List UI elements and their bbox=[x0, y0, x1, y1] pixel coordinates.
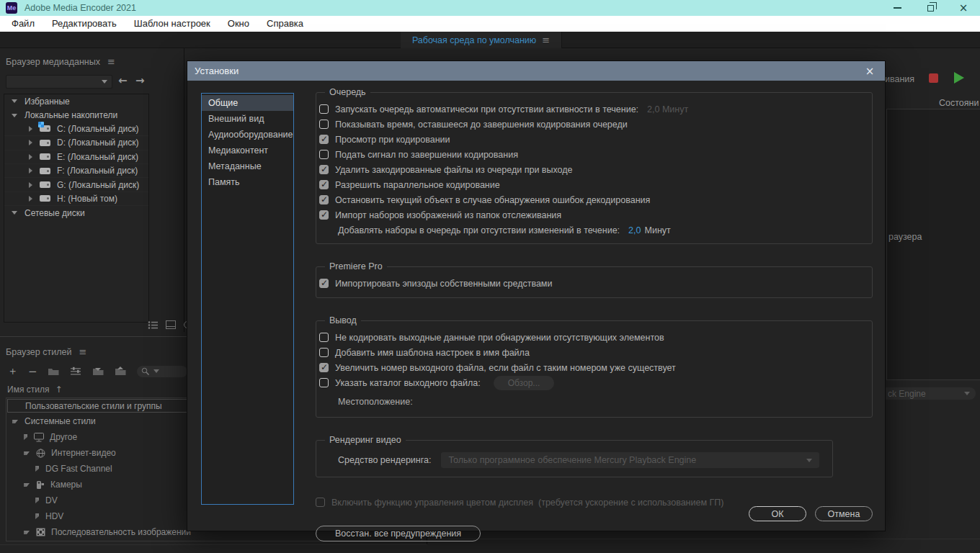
checkbox-label: Увеличить номер выходного файла, если фа… bbox=[335, 363, 676, 373]
checkbox[interactable] bbox=[319, 195, 329, 204]
checkbox[interactable] bbox=[319, 104, 329, 114]
output-location-row: Местоположение: bbox=[319, 397, 865, 411]
reset-warnings-button[interactable]: Восстан. все предупреждения bbox=[316, 526, 481, 541]
remove-preset-icon[interactable]: − bbox=[28, 365, 37, 378]
preferences-content: Очередь Запускать очередь автоматически … bbox=[316, 87, 875, 541]
window-controls: × bbox=[881, 0, 980, 16]
panel-menu-icon[interactable]: ≡ bbox=[79, 346, 86, 357]
checkbox[interactable] bbox=[319, 363, 329, 372]
checkbox[interactable] bbox=[319, 279, 329, 288]
checkbox-label: Удалить закодированные файлы из очереди … bbox=[335, 165, 573, 175]
drive-icon bbox=[40, 153, 50, 160]
checkbox-label: Остановить текущий объект в случае обнар… bbox=[335, 195, 650, 205]
tree-item-label: G: (Локальный диск) bbox=[57, 180, 139, 190]
checkbox-row-specify-output-dir[interactable]: Указать каталог выходного файла: Обзор..… bbox=[319, 375, 865, 390]
close-button[interactable]: × bbox=[947, 0, 980, 16]
export-preset-icon[interactable] bbox=[115, 367, 127, 376]
ok-button[interactable]: ОК bbox=[749, 506, 806, 521]
checkbox-row-autostart[interactable]: Запускать очередь автоматически при отсу… bbox=[319, 102, 865, 117]
checkbox-row-stop-on-decode-errors[interactable]: Остановить текущий объект в случае обнар… bbox=[319, 192, 865, 207]
windows-badge-icon bbox=[38, 122, 44, 127]
watch-delay-value[interactable]: 2,0 bbox=[628, 225, 641, 235]
chevron-down-icon bbox=[153, 369, 159, 373]
tree-item-drive-h[interactable]: H: (Новый том) bbox=[4, 192, 148, 206]
import-preset-icon[interactable] bbox=[92, 367, 104, 376]
chevron-down-icon bbox=[12, 420, 18, 423]
menu-item-edit[interactable]: Редактировать bbox=[43, 16, 125, 32]
restore-icon bbox=[927, 5, 934, 12]
tree-item-drive-f[interactable]: F: (Локальный диск) bbox=[4, 164, 148, 178]
workspace-tab-default[interactable]: Рабочая среда по умолчанию ≡ bbox=[401, 32, 562, 48]
checkbox-row-increment-file-number[interactable]: Увеличить номер выходного файла, если фа… bbox=[319, 360, 865, 375]
panel-scrollbar-track[interactable] bbox=[0, 544, 427, 545]
checkbox[interactable] bbox=[319, 135, 329, 144]
menu-item-preset[interactable]: Шаблон настроек bbox=[125, 16, 219, 32]
preset-item-label: Другое bbox=[50, 432, 77, 442]
close-icon: × bbox=[959, 3, 968, 14]
dialog-close-icon[interactable]: × bbox=[862, 65, 878, 78]
media-browser-path-dropdown[interactable] bbox=[6, 75, 112, 89]
checkbox-row-show-remaining-time[interactable]: Показывать время, оставшееся до завершен… bbox=[319, 117, 865, 132]
checkbox[interactable] bbox=[319, 378, 329, 387]
new-group-icon[interactable] bbox=[48, 367, 60, 376]
category-media[interactable]: Медиаконтент bbox=[202, 143, 293, 158]
checkbox-row-watch-folder-import[interactable]: Импорт наборов изображений из папок отсл… bbox=[319, 207, 865, 222]
start-queue-button[interactable] bbox=[954, 72, 964, 84]
checkbox[interactable] bbox=[319, 150, 329, 159]
stop-queue-button[interactable] bbox=[929, 73, 938, 83]
checkbox[interactable] bbox=[319, 210, 329, 220]
checkbox[interactable] bbox=[319, 120, 329, 129]
queue-status-panel bbox=[886, 109, 980, 380]
checkbox-label: Подать сигнал по завершении кодирования bbox=[335, 150, 518, 160]
dialog-titlebar[interactable]: Установки × bbox=[187, 61, 885, 81]
checkbox[interactable] bbox=[319, 333, 329, 342]
preset-browser-header: Браузер стилей ≡ bbox=[6, 346, 86, 357]
chevron-right-icon bbox=[35, 498, 39, 503]
tree-item-network-drives[interactable]: Сетевые диски bbox=[4, 206, 148, 220]
media-browser-header: Браузер медиаданных ≡ bbox=[6, 56, 115, 67]
checkbox-row-native-sequence-import[interactable]: Импортировать эпизоды собственными средс… bbox=[319, 276, 865, 291]
tree-item-drive-g[interactable]: G: (Локальный диск) bbox=[4, 178, 148, 192]
preset-search-input[interactable] bbox=[137, 366, 187, 377]
restore-button[interactable] bbox=[914, 0, 947, 16]
preset-group-label: Системные стили bbox=[24, 416, 96, 426]
checkbox[interactable] bbox=[319, 165, 329, 174]
checkbox-row-append-preset-name[interactable]: Добавить имя шаблона настроек в имя файл… bbox=[319, 345, 865, 360]
premiere-section-title: Premiere Pro bbox=[325, 261, 387, 271]
category-memory[interactable]: Память bbox=[202, 174, 293, 190]
tree-item-drive-c[interactable]: C: (Локальный диск) bbox=[4, 122, 148, 136]
category-audio-hardware[interactable]: Аудиооборудование bbox=[202, 127, 293, 143]
forward-arrow-icon[interactable]: → bbox=[135, 74, 145, 87]
checkbox-row-preview-while-encoding[interactable]: Просмотр при кодировании bbox=[319, 132, 865, 147]
category-general[interactable]: Общие bbox=[202, 95, 293, 111]
list-view-icon[interactable] bbox=[148, 320, 159, 329]
checkbox-row-remove-completed[interactable]: Удалить закодированные файлы из очереди … bbox=[319, 162, 865, 177]
renderer-label: Средство рендеринга: bbox=[338, 455, 431, 465]
checkbox[interactable] bbox=[319, 348, 329, 357]
tree-item-favorites[interactable]: Избранные bbox=[4, 94, 148, 108]
chevron-right-icon bbox=[35, 513, 39, 519]
thumbnail-view-icon[interactable] bbox=[166, 320, 176, 329]
cancel-button[interactable]: Отмена bbox=[815, 506, 873, 521]
add-preset-icon[interactable]: ＋ bbox=[7, 364, 18, 378]
checkbox-row-beep-when-finished[interactable]: Подать сигнал по завершении кодирования bbox=[319, 147, 865, 162]
tree-item-drive-e[interactable]: E: (Локальный диск) bbox=[4, 150, 148, 164]
checkbox-row-parallel-encoding[interactable]: Разрешить параллельное кодирование bbox=[319, 177, 865, 192]
menu-item-file[interactable]: Файл bbox=[3, 16, 43, 32]
category-appearance[interactable]: Внешний вид bbox=[202, 111, 293, 127]
queue-section: Очередь Запускать очередь автоматически … bbox=[316, 87, 873, 244]
checkbox[interactable] bbox=[319, 180, 329, 189]
panel-menu-icon[interactable]: ≡ bbox=[107, 56, 115, 67]
checkbox-row-skip-missing[interactable]: Не кодировать выходные данные при обнару… bbox=[319, 330, 865, 345]
menu-item-window[interactable]: Окно bbox=[219, 16, 258, 32]
category-metadata[interactable]: Метаданные bbox=[202, 158, 293, 174]
chevron-down-icon bbox=[102, 80, 107, 84]
tree-item-local-drives[interactable]: Локальные накопители bbox=[4, 108, 148, 122]
minimize-button[interactable] bbox=[881, 0, 914, 16]
tree-item-drive-d[interactable]: D: (Локальный диск) bbox=[4, 136, 148, 150]
preset-name-column-header[interactable]: Имя стиля ↑ bbox=[7, 385, 62, 395]
workspace-menu-icon[interactable]: ≡ bbox=[542, 35, 550, 45]
back-arrow-icon[interactable]: ← bbox=[118, 74, 128, 87]
preset-settings-icon[interactable] bbox=[70, 367, 82, 376]
menu-item-help[interactable]: Справка bbox=[258, 16, 312, 32]
